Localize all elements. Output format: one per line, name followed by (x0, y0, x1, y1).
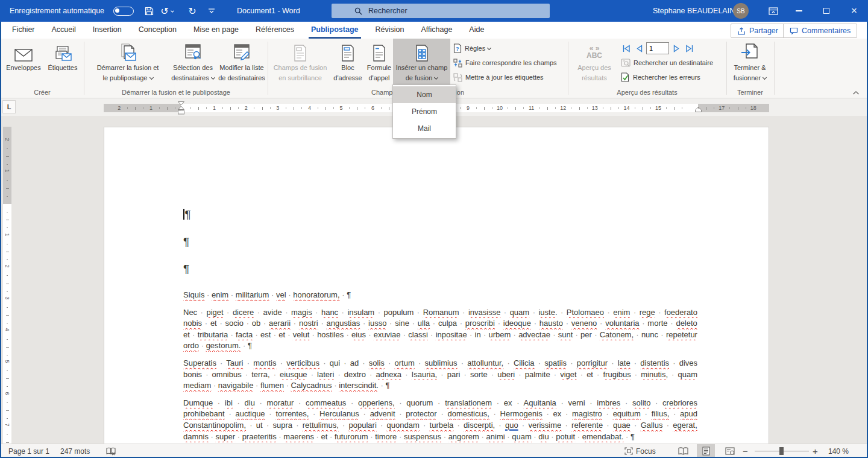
dropdown-item-nom[interactable]: Nom (393, 86, 456, 103)
rules-button[interactable]: ? Règles (453, 42, 491, 54)
svg-text:?: ? (456, 46, 459, 52)
tab-fichier[interactable]: Fichier (4, 22, 43, 39)
match-fields-button[interactable]: Faire correspondre les champs (453, 57, 557, 69)
chevron-down-icon (763, 75, 767, 80)
status-bar: Page 1 sur 1 247 mots Focus (0, 444, 868, 458)
group-label-terminer: Terminer (726, 88, 774, 97)
tab-insertion[interactable]: Insertion (84, 22, 130, 39)
tab-accueil[interactable]: Accueil (43, 22, 84, 39)
share-button[interactable]: Partager (731, 24, 785, 38)
document-line[interactable]: Superatis · Tauri · montis · verticibus … (183, 358, 697, 369)
zoom-out-button[interactable]: − (743, 444, 748, 458)
document-line[interactable]: Nec · piget · dicere · avide · magis · h… (183, 307, 697, 319)
edit-recipient-list-button[interactable]: Modifier la liste de destinataires (217, 39, 266, 87)
ribbon-display-options-button[interactable] (761, 0, 786, 22)
page-indicator[interactable]: Page 1 sur 1 (8, 444, 49, 458)
title-bar: Enregistrement automatique ↺ ↻ Document1… (0, 0, 868, 22)
close-button[interactable]: × (840, 0, 868, 22)
chevron-down-icon (434, 75, 438, 80)
tab-aide[interactable]: Aide (461, 22, 492, 39)
dropdown-item-mail[interactable]: Mail (393, 120, 456, 137)
tab-affichage[interactable]: Affichage (412, 22, 461, 39)
tab-stop-selector[interactable]: L (2, 100, 16, 113)
vertical-ruler[interactable]: 211234567 (3, 127, 11, 444)
document-line[interactable]: bonis · omnibus · terra, · eiusque · lat… (183, 369, 697, 381)
indent-markers[interactable] (178, 101, 184, 115)
preview-results-button: « » ABC Aperçu des résultats (571, 39, 617, 87)
word-count[interactable]: 247 mots (60, 444, 90, 458)
chevron-down-icon (149, 75, 153, 80)
select-recipients-button[interactable]: Sélection des destinataires (169, 39, 217, 87)
envelopes-button[interactable]: Enveloppes (5, 39, 42, 87)
last-record-button[interactable] (684, 42, 694, 54)
dropdown-item-prénom[interactable]: Prénom (393, 103, 456, 120)
labels-button[interactable]: Étiquettes (43, 39, 82, 87)
maximize-button[interactable] (813, 0, 840, 22)
check-errors-button[interactable]: Rechercher les erreurs (621, 71, 700, 83)
empty-paragraph[interactable]: ¶ (183, 208, 697, 221)
minimize-button[interactable] (785, 0, 813, 22)
window-border-left (0, 22, 1, 458)
update-labels-icon (453, 73, 462, 82)
zoom-slider-handle[interactable] (779, 447, 784, 455)
comments-button[interactable]: Commentaires (783, 24, 857, 38)
save-button[interactable] (140, 0, 158, 22)
document-line[interactable]: Dumque · ibi · diu · moratur · commeatus… (183, 398, 697, 409)
empty-paragraph[interactable]: ¶ (183, 235, 697, 249)
document-line[interactable]: et · tributaria · facta · est · et · vel… (183, 329, 697, 341)
mail-merge-icon (118, 39, 137, 62)
first-record-button[interactable] (621, 42, 632, 54)
start-mail-merge-button[interactable]: Démarrer la fusion et le publipostage (87, 39, 168, 87)
document-line[interactable]: Constantinopolim, · ut · supra · rettuli… (183, 420, 697, 431)
zoom-level[interactable]: 140 % (828, 444, 849, 458)
collapse-ribbon-button[interactable] (852, 87, 863, 95)
rules-icon: ? (453, 43, 462, 53)
document-title: Document1 - Word (237, 0, 300, 22)
document-page[interactable]: ¶¶¶Siquis · enim · militarium · vel · ho… (104, 127, 769, 444)
tab-mise-en-page[interactable]: Mise en page (185, 22, 247, 39)
proofing-book-icon (106, 447, 116, 456)
document-canvas: 211234567 ¶¶¶Siquis · enim · militarium … (0, 116, 868, 444)
highlight-merge-fields-button: Champs de fusion en surbrillance (270, 39, 330, 87)
edit-list-icon (233, 39, 251, 62)
customize-qat-button[interactable] (203, 0, 221, 22)
search-input[interactable]: Rechercher (332, 4, 550, 18)
web-layout-button[interactable] (721, 444, 739, 458)
user-name[interactable]: Stephane BEAUDELAIN (653, 0, 735, 22)
customize-toolbar-icon (208, 8, 215, 14)
record-number-input[interactable] (646, 42, 669, 54)
undo-button[interactable]: ↺ (158, 0, 176, 22)
tab-références[interactable]: Références (247, 22, 303, 39)
greeting-line-button[interactable]: Formule d'appel (365, 39, 393, 87)
tab-publipostage[interactable]: Publipostage (303, 22, 366, 39)
tab-révision[interactable]: Révision (367, 22, 413, 39)
read-mode-button[interactable] (674, 444, 692, 458)
redo-button[interactable]: ↻ (183, 0, 201, 22)
avatar[interactable]: SB (733, 3, 749, 19)
record-navigator (621, 42, 694, 54)
focus-icon (624, 447, 633, 455)
minimize-icon (796, 10, 802, 11)
proofing-errors-button[interactable] (106, 444, 116, 458)
insert-merge-field-button[interactable]: Insérer un champ de fusion (393, 39, 450, 87)
redo-icon: ↻ (188, 5, 196, 17)
document-line[interactable]: mediam · navigabile · flumen · Calycadnu… (183, 380, 697, 392)
autosave-toggle[interactable] (113, 0, 134, 22)
print-layout-button[interactable] (697, 444, 715, 458)
zoom-in-button[interactable]: + (813, 444, 818, 458)
find-recipient-button: Rechercher un destinataire (621, 57, 713, 69)
previous-record-button[interactable] (634, 42, 644, 54)
document-line[interactable]: ordo · gestorum. · ¶ (183, 340, 697, 352)
document-line[interactable]: damnis · super · praeteritis · maerens ·… (183, 431, 697, 443)
next-record-button[interactable] (671, 42, 682, 54)
focus-button[interactable]: Focus (624, 444, 656, 458)
chevron-down-icon (171, 9, 174, 13)
empty-paragraph[interactable]: ¶ (183, 262, 697, 276)
document-paragraph: Siquis · enim · militarium · vel · honor… (183, 290, 697, 301)
address-block-button[interactable]: Bloc d'adresse (331, 39, 365, 87)
document-line[interactable]: nobis · et · socio · ob · aerarii · nost… (183, 318, 697, 329)
finish-merge-button[interactable]: Terminer & fusionner (731, 39, 769, 87)
document-line[interactable]: Siquis · enim · militarium · vel · honor… (183, 290, 697, 301)
tab-conception[interactable]: Conception (130, 22, 185, 39)
document-line[interactable]: prohibebant · auctique · torrentes, · He… (183, 409, 697, 420)
